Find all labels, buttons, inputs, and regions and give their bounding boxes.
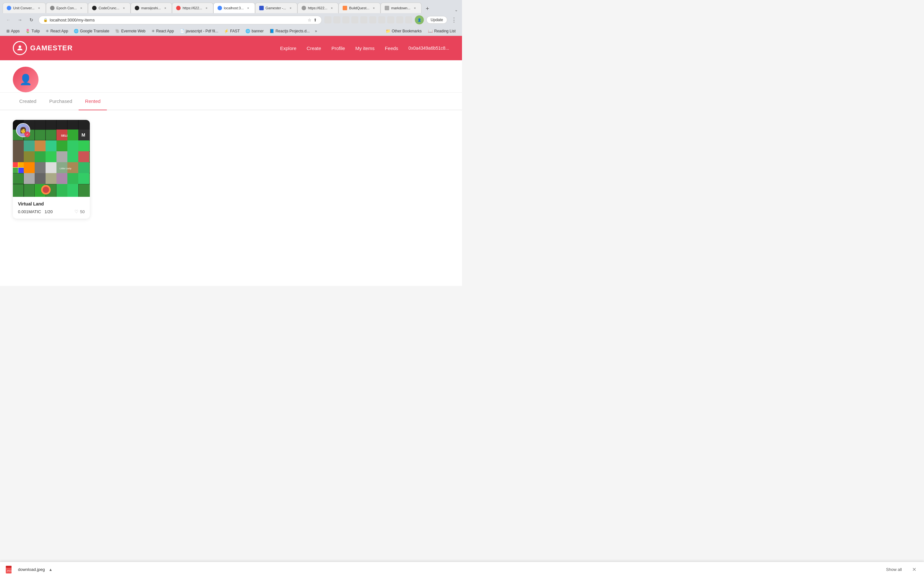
nft-likes: ♡ 50 xyxy=(74,209,85,214)
tab-close-button[interactable]: × xyxy=(246,5,251,11)
lock-icon: 🔒 xyxy=(43,18,48,22)
nav-feeds[interactable]: Feeds xyxy=(384,45,398,51)
bookmark-right: 📁 Other Bookmarks 📖 Reading List xyxy=(383,28,458,34)
site-logo[interactable]: GAMESTER xyxy=(13,41,73,55)
bookmark-star-icon[interactable]: ☆ xyxy=(308,18,312,23)
tab-close-button[interactable]: × xyxy=(163,5,168,11)
back-button[interactable]: ← xyxy=(4,15,13,24)
tab-https622-1[interactable]: https://622... × xyxy=(172,3,213,13)
react-icon: ⚛ xyxy=(45,29,49,33)
tab-markdown[interactable]: markdown... × xyxy=(381,3,422,13)
nav-create[interactable]: Create xyxy=(307,45,321,51)
extension-icon-3[interactable] xyxy=(342,16,349,23)
reload-button[interactable]: ↻ xyxy=(27,15,36,24)
fast-icon: ⚡ xyxy=(224,29,229,33)
tab-favicon xyxy=(135,6,139,10)
nav-my-items[interactable]: My items xyxy=(355,45,375,51)
tab-close-button[interactable]: × xyxy=(329,5,334,11)
tab-https622-2[interactable]: https://622... × xyxy=(297,3,339,13)
content-area: SELL THEN xyxy=(0,110,462,271)
tab-gamester[interactable]: Gamester -... × xyxy=(255,3,297,13)
bookmark-tulip[interactable]: 🌷 Tulip xyxy=(23,28,42,34)
tab-favicon xyxy=(342,6,347,10)
extension-icon-7[interactable] xyxy=(378,16,385,23)
extension-icon-5[interactable] xyxy=(360,16,367,23)
profile-avatar: 👤 xyxy=(13,67,39,92)
svg-rect-36 xyxy=(13,168,18,173)
nft-name: Virtual Land xyxy=(18,201,85,206)
bookmark-react-app-2[interactable]: ⚛ React App xyxy=(149,28,176,34)
page-content: GAMESTER Explore Create Profile My items… xyxy=(0,36,462,286)
extension-icon-1[interactable] xyxy=(325,16,331,23)
update-button[interactable]: Update xyxy=(426,16,447,24)
bookmark-javascript-pdf[interactable]: 📄 javascript - Pdf fil... xyxy=(177,28,221,34)
bookmark-fast[interactable]: ⚡ FAST xyxy=(221,28,242,34)
share-icon[interactable]: ⬆ xyxy=(313,18,317,23)
tabs-container: Created Purchased Rented xyxy=(0,93,462,110)
bookmark-banner[interactable]: 🌐 banner xyxy=(243,28,266,34)
nav-profile[interactable]: Profile xyxy=(331,45,345,51)
svg-rect-19 xyxy=(13,140,24,151)
tab-close-button[interactable]: × xyxy=(371,5,376,11)
tab-title: markdown... xyxy=(391,6,410,10)
tab-codecrunch[interactable]: CodeCrunc... × xyxy=(88,3,131,13)
likes-count: 50 xyxy=(80,210,85,214)
tab-localhost[interactable]: localhost:3... × xyxy=(213,3,255,13)
tab-close-button[interactable]: × xyxy=(121,5,126,11)
svg-rect-44 xyxy=(24,173,35,184)
tab-expand-button[interactable]: ⌄ xyxy=(453,7,459,13)
tab-buildquest[interactable]: BuildQuest... × xyxy=(338,3,381,13)
nft-card-virtual-land[interactable]: SELL THEN xyxy=(13,120,90,219)
bookmark-label: Tulip xyxy=(31,29,40,33)
bookmark-more-button[interactable]: » xyxy=(313,28,319,34)
tab-created[interactable]: Created xyxy=(13,93,43,110)
bookmark-apps[interactable]: ⊞ Apps xyxy=(4,28,22,34)
bookmark-label: Apps xyxy=(11,29,19,33)
bookmark-google-translate[interactable]: 🌐 Google Translate xyxy=(71,28,111,34)
bookmark-reactjs-projects[interactable]: 📘 Reactjs Projects.d... xyxy=(267,28,312,34)
profile-button[interactable]: 👤 xyxy=(415,15,424,24)
svg-rect-23 xyxy=(57,140,67,151)
forward-button[interactable]: → xyxy=(15,15,24,24)
bookmark-evernote[interactable]: 🐘 Evernote Web xyxy=(113,28,148,34)
banner-icon: 🌐 xyxy=(246,29,250,33)
wallet-address[interactable]: 0x0a4349a6b51c8... xyxy=(409,45,449,51)
svg-rect-43 xyxy=(78,162,89,173)
menu-button[interactable]: ⋮ xyxy=(450,15,458,25)
svg-rect-47 xyxy=(57,173,67,184)
tab-rented[interactable]: Rented xyxy=(79,93,107,110)
extension-icon-8[interactable] xyxy=(387,16,394,23)
tab-epoch-converter[interactable]: Epoch Con... × xyxy=(46,3,88,13)
address-input[interactable]: 🔒 localhost:3000/my-items ☆ ⬆ xyxy=(39,16,322,24)
tab-close-button[interactable]: × xyxy=(412,5,417,11)
svg-rect-30 xyxy=(57,151,67,162)
svg-rect-35 xyxy=(18,162,24,167)
tab-unit-converter[interactable]: Unit Conver... × xyxy=(3,3,46,13)
logo-icon xyxy=(13,41,27,55)
tab-close-button[interactable]: × xyxy=(288,5,293,11)
svg-rect-22 xyxy=(45,140,57,151)
new-tab-button[interactable]: + xyxy=(423,4,432,13)
extension-icon-10[interactable] xyxy=(405,16,412,23)
tab-close-button[interactable]: × xyxy=(204,5,209,11)
tab-close-button[interactable]: × xyxy=(79,5,84,11)
bookmark-bar: ⊞ Apps 🌷 Tulip ⚛ React App 🌐 Google Tran… xyxy=(0,27,462,36)
svg-rect-39 xyxy=(35,162,45,173)
other-bookmarks-folder[interactable]: 📁 Other Bookmarks xyxy=(383,28,424,34)
tab-title: https://622... xyxy=(308,6,328,10)
tab-purchased-label: Purchased xyxy=(49,98,72,104)
bookmark-react-app-1[interactable]: ⚛ React App xyxy=(43,28,71,34)
extension-icon-6[interactable] xyxy=(369,16,376,23)
nav-explore[interactable]: Explore xyxy=(280,45,296,51)
tab-mansijoshi[interactable]: mansijoshi... × xyxy=(131,3,172,13)
tab-close-button[interactable]: × xyxy=(37,5,42,11)
reading-list-folder[interactable]: 📖 Reading List xyxy=(425,28,458,34)
nft-price: 0.001MATIC 1/20 xyxy=(18,210,53,214)
tab-purchased[interactable]: Purchased xyxy=(43,93,79,110)
react-icon-2: ⚛ xyxy=(152,29,155,33)
tab-favicon xyxy=(259,6,264,10)
address-bar: ← → ↻ 🔒 localhost:3000/my-items ☆ ⬆ 👤 Up… xyxy=(0,13,462,27)
extension-icon-2[interactable] xyxy=(333,16,341,23)
extension-icon-9[interactable] xyxy=(396,16,403,23)
extension-icon-4[interactable] xyxy=(351,16,359,23)
